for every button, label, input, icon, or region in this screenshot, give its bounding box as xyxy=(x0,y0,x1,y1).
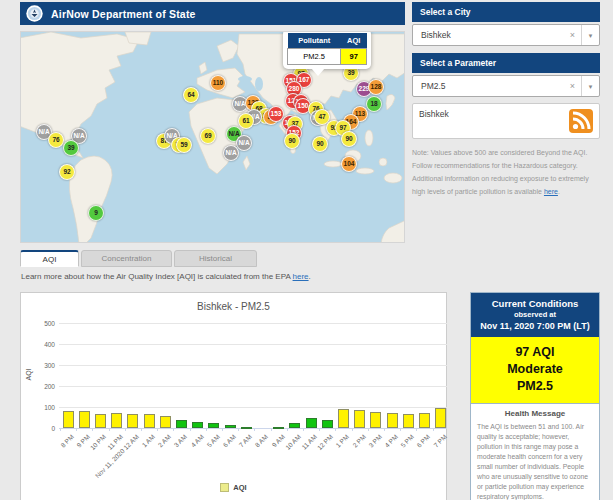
world-aqi-map[interactable]: N/A76N/A3992964110N/A122682634N/A6187N/A… xyxy=(20,31,405,243)
popup-col-pollutant: Pollutant xyxy=(288,33,341,49)
select-city-header: Select a City xyxy=(412,2,600,22)
gridline xyxy=(59,365,447,366)
y-axis-tick-label: 100 xyxy=(31,404,55,411)
map-marker[interactable]: 104 xyxy=(341,156,357,172)
tab-historical[interactable]: Historical xyxy=(174,250,257,267)
tab-concentration[interactable]: Concentration xyxy=(81,250,172,267)
map-marker[interactable]: 69 xyxy=(200,128,216,144)
x-axis-tick xyxy=(368,428,369,431)
map-marker[interactable]: 18 xyxy=(366,96,382,112)
y-axis-tick-label: 500 xyxy=(31,320,55,327)
epa-here-link[interactable]: here xyxy=(293,272,309,281)
chart-bar[interactable] xyxy=(176,420,187,428)
x-axis-tick xyxy=(125,428,126,431)
parameter-select[interactable]: PM2.5 × ▾ xyxy=(412,75,600,97)
gridline xyxy=(59,344,447,345)
chart-bar[interactable] xyxy=(338,409,349,428)
current-conditions-panel: Current Conditions observed at Nov 11, 2… xyxy=(470,292,600,500)
state-department-seal-icon xyxy=(26,5,43,22)
map-marker[interactable]: 64 xyxy=(183,87,199,103)
city-caret-icon[interactable]: ▾ xyxy=(581,25,599,45)
rss-icon[interactable] xyxy=(569,109,593,133)
chart-bar[interactable] xyxy=(322,420,333,428)
cc-title: Current Conditions xyxy=(474,298,596,310)
map-marker[interactable]: N/A xyxy=(236,135,252,151)
map-marker[interactable]: 92 xyxy=(59,164,75,180)
cc-health-title: Health Message xyxy=(477,409,593,418)
parameter-select-wrap: PM2.5 × ▾ xyxy=(412,75,600,97)
map-marker[interactable]: 90 xyxy=(312,136,328,152)
cc-pollutant: PM2.5 xyxy=(473,378,597,395)
learn-more-text: Learn more about how the Air Quality Ind… xyxy=(21,272,311,281)
city-clear-icon[interactable]: × xyxy=(570,30,575,40)
map-marker[interactable]: 76 xyxy=(48,132,64,148)
rss-feed-box: Bishkek xyxy=(412,103,600,139)
map-marker[interactable]: 90 xyxy=(341,131,357,147)
parameter-select-value: PM2.5 xyxy=(421,81,446,91)
gridline xyxy=(59,386,447,387)
map-tooltip-popup[interactable]: Pollutant AQI PM2.5 97 xyxy=(283,31,371,69)
parameter-caret-icon[interactable]: ▾ xyxy=(581,76,599,96)
x-axis-tick xyxy=(271,428,272,431)
map-marker[interactable]: 61 xyxy=(238,113,254,129)
chart-bar[interactable] xyxy=(208,423,219,428)
map-marker[interactable]: 39 xyxy=(63,140,79,156)
city-select[interactable]: Bishkek × ▾ xyxy=(412,24,600,46)
airnow-page: AirNow Department of State xyxy=(0,0,613,500)
chart-bar[interactable] xyxy=(387,413,398,428)
chart-bar[interactable] xyxy=(95,414,106,428)
chart-bar[interactable] xyxy=(111,413,122,428)
map-marker[interactable]: 128 xyxy=(368,79,384,95)
chart-bar[interactable] xyxy=(370,412,381,428)
x-axis-tick xyxy=(109,428,110,431)
chart-bar[interactable] xyxy=(79,411,90,428)
y-axis-tick-label: 300 xyxy=(31,362,55,369)
chart-bar[interactable] xyxy=(241,427,252,429)
popup-col-aqi: AQI xyxy=(341,33,367,49)
chart-bar[interactable] xyxy=(354,410,365,428)
chart-tabs: AQI Concentration Historical xyxy=(20,250,259,267)
cc-category: Moderate xyxy=(473,361,597,378)
tab-aqi[interactable]: AQI xyxy=(20,250,79,267)
learn-more-prefix: Learn more about how the Air Quality Ind… xyxy=(21,272,293,281)
map-marker[interactable]: 90 xyxy=(284,133,300,149)
x-axis-tick xyxy=(206,428,207,431)
map-marker[interactable]: N/A xyxy=(223,145,239,161)
chart-bar[interactable] xyxy=(127,414,138,428)
cc-observed-time: Nov 11, 2020 7:00 PM (LT) xyxy=(474,320,596,332)
note-here-link[interactable]: here xyxy=(544,188,558,195)
x-axis-tick xyxy=(92,428,93,431)
map-marker[interactable]: 9 xyxy=(88,205,104,221)
x-axis-tick xyxy=(157,428,158,431)
chart-bar[interactable] xyxy=(306,418,317,428)
note-text: Note: Values above 500 are considered Be… xyxy=(412,149,589,195)
parameter-clear-icon[interactable]: × xyxy=(570,81,575,91)
x-axis-tick xyxy=(416,428,417,431)
x-axis-tick xyxy=(384,428,385,431)
map-marker[interactable]: 110 xyxy=(210,75,226,91)
gridline xyxy=(59,323,447,324)
rss-city-label: Bishkek xyxy=(419,109,449,119)
x-axis-tick xyxy=(319,428,320,431)
x-axis-tick xyxy=(190,428,191,431)
app-title: AirNow Department of State xyxy=(51,8,196,20)
x-axis-tick xyxy=(76,428,77,431)
note-suffix: . xyxy=(558,188,560,195)
chart-bar[interactable] xyxy=(289,423,300,428)
chart-bar[interactable] xyxy=(273,427,284,429)
chart-bar[interactable] xyxy=(144,414,155,428)
current-conditions-header: Current Conditions observed at Nov 11, 2… xyxy=(471,293,599,337)
map-marker[interactable]: 59 xyxy=(176,137,192,153)
chart-bar[interactable] xyxy=(63,411,74,428)
learn-more-suffix: . xyxy=(309,272,311,281)
cc-health-block: Health Message The AQI is between 51 and… xyxy=(471,404,599,500)
chart-bar[interactable] xyxy=(403,414,414,428)
chart-bar[interactable] xyxy=(192,422,203,428)
chart-bar[interactable] xyxy=(225,425,236,428)
city-select-value: Bishkek xyxy=(421,30,451,40)
chart-bar[interactable] xyxy=(435,408,446,428)
chart-bar[interactable] xyxy=(160,416,171,428)
x-axis-tick xyxy=(303,428,304,431)
chart-bar[interactable] xyxy=(419,413,430,428)
y-axis-tick-label: 0 xyxy=(31,425,55,432)
